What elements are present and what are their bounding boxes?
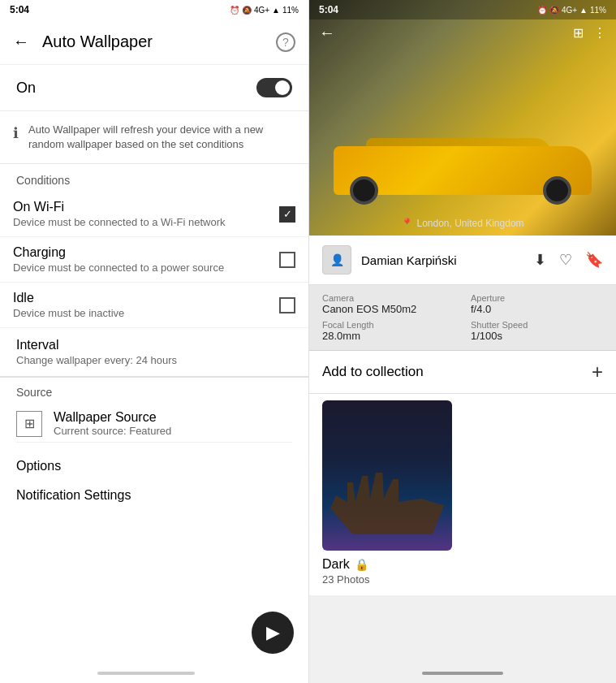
interval-desc: Change wallpaper every: 24 hours: [16, 354, 292, 366]
focal-length-label: Focal Length: [322, 320, 454, 330]
avatar-icon: 👤: [330, 253, 344, 266]
condition-wifi-checkbox[interactable]: [279, 206, 295, 223]
wallpaper-back-button[interactable]: ←: [319, 24, 335, 42]
add-to-collection-title: Add to collection: [322, 364, 424, 380]
source-section-label: Source: [16, 386, 292, 399]
shutter-speed-item: Shutter Speed 1/100s: [471, 320, 603, 342]
toggle-label: On: [16, 80, 36, 97]
info-description: Auto Wallpaper will refresh your device …: [28, 123, 295, 152]
options-title: Options: [16, 459, 292, 473]
wallpaper-share-icon[interactable]: ⊞: [573, 25, 584, 41]
bottom-nav-indicator-right: [422, 672, 503, 675]
network-type-right: 4G+: [562, 6, 577, 15]
photo-action-icons: ⬇ ♡ 🔖: [534, 251, 603, 269]
battery-right: 11%: [590, 6, 606, 15]
aperture-value: f/4.0: [471, 303, 603, 315]
lock-icon: 🔒: [355, 558, 368, 571]
on-off-toggle[interactable]: [256, 78, 292, 97]
add-to-collection-row: Add to collection +: [309, 351, 616, 394]
condition-wifi-desc: Device must be connected to a Wi-Fi netw…: [13, 216, 226, 228]
status-time-left: 5:04: [10, 4, 29, 15]
like-button[interactable]: ♡: [559, 251, 572, 269]
options-row[interactable]: Options: [0, 447, 308, 485]
condition-wifi-row[interactable]: On Wi-Fi Device must be connected to a W…: [0, 192, 308, 237]
focal-length-value: 28.0mm: [322, 330, 454, 342]
car-wheel-right: [543, 176, 571, 205]
aperture-label: Aperture: [471, 293, 603, 303]
source-text: Wallpaper Source Current source: Feature…: [54, 410, 171, 437]
collection-count: 23 Photos: [322, 573, 603, 586]
condition-idle-row[interactable]: Idle Device must be inactive: [0, 283, 308, 328]
download-button[interactable]: ⬇: [534, 251, 546, 269]
car-image: [325, 114, 600, 211]
photographer-card: 👤 Damian Karpiński ⬇ ♡ 🔖: [309, 236, 616, 285]
network-type-left: 4G+: [254, 6, 269, 15]
help-button[interactable]: ?: [276, 32, 295, 52]
page-title: Auto Wallpaper: [42, 32, 276, 51]
toggle-row: On: [0, 65, 308, 111]
add-to-collection-button[interactable]: +: [592, 361, 603, 383]
status-icons-left: ⏰ 🔕 4G+ ▲ 11%: [230, 6, 299, 15]
interval-title: Interval: [16, 338, 292, 352]
info-icon: ℹ: [13, 124, 19, 142]
source-section: Source ⊞ Wallpaper Source Current source…: [0, 377, 308, 447]
condition-wifi-title: On Wi-Fi: [13, 200, 226, 214]
shutter-speed-label: Shutter Speed: [471, 320, 603, 330]
camera-label: Camera: [322, 293, 454, 303]
condition-charging-title: Charging: [13, 245, 224, 260]
shutter-speed-value: 1/100s: [471, 330, 603, 342]
location-pin-icon: 📍: [401, 218, 413, 229]
photographer-avatar: 👤: [322, 245, 351, 274]
wallpaper-action-icons: ⊞ ⋮: [573, 25, 606, 41]
left-panel-scroll: On ℹ Auto Wallpaper will refresh your de…: [0, 65, 308, 683]
wallpaper-more-icon[interactable]: ⋮: [593, 25, 606, 41]
condition-charging-desc: Device must be connected to a power sour…: [13, 262, 224, 274]
condition-charging-checkbox[interactable]: [279, 252, 295, 268]
collection-thumbnail-image: [330, 469, 444, 534]
photographer-name: Damian Karpiński: [361, 253, 524, 267]
condition-charging-row[interactable]: Charging Device must be connected to a p…: [0, 237, 308, 283]
collection-name: Dark: [322, 557, 350, 572]
source-title: Wallpaper Source: [54, 410, 171, 425]
collection-info: Dark 🔒 23 Photos: [322, 557, 603, 586]
signal-icon: ▲: [272, 6, 280, 15]
wallpaper-source-icon: ⊞: [16, 411, 42, 437]
collection-thumbnail[interactable]: [322, 400, 452, 551]
wallpaper-preview: ← ⊞ ⋮ 📍 London, United Kingdom: [309, 0, 616, 236]
status-time-right: 5:04: [319, 4, 338, 15]
status-icons-right: ⏰ 🔕 4G+ ▲ 11%: [537, 6, 606, 15]
camera-item: Camera Canon EOS M50m2: [322, 293, 454, 315]
condition-charging-text: Charging Device must be connected to a p…: [13, 245, 224, 274]
condition-idle-title: Idle: [13, 291, 124, 305]
condition-idle-text: Idle Device must be inactive: [13, 291, 124, 319]
alarm-icon: ⏰: [230, 6, 239, 15]
wallpaper-source-row[interactable]: ⊞ Wallpaper Source Current source: Featu…: [16, 405, 292, 443]
battery-left: 11%: [282, 6, 299, 15]
play-icon: ▶: [266, 622, 280, 643]
interval-row[interactable]: Interval Change wallpaper every: 24 hour…: [0, 328, 308, 377]
app-header: ← Auto Wallpaper ?: [0, 19, 308, 65]
conditions-section-header: Conditions: [0, 164, 308, 192]
collection-area: Dark 🔒 23 Photos: [309, 394, 616, 595]
collection-name-row: Dark 🔒: [322, 557, 603, 572]
right-panel: 5:04 ⏰ 🔕 4G+ ▲ 11% ← ⊞ ⋮ 📍 London,: [309, 0, 616, 683]
focal-length-item: Focal Length 28.0mm: [322, 320, 454, 342]
notification-settings-row[interactable]: Notification Settings: [0, 485, 308, 506]
aperture-item: Aperture f/4.0: [471, 293, 603, 315]
car-wheel-left: [350, 176, 378, 205]
status-bar-left: 5:04 ⏰ 🔕 4G+ ▲ 11%: [0, 0, 308, 19]
info-row: ℹ Auto Wallpaper will refresh your devic…: [0, 111, 308, 164]
bookmark-button[interactable]: 🔖: [585, 251, 603, 269]
back-button[interactable]: ←: [13, 32, 29, 51]
condition-wifi-text: On Wi-Fi Device must be connected to a W…: [13, 200, 226, 228]
alarm-icon-right: ⏰: [537, 6, 547, 15]
condition-idle-checkbox[interactable]: [279, 297, 295, 313]
mute-icon: 🔕: [242, 6, 252, 15]
bottom-nav-indicator-left: [97, 672, 195, 675]
camera-details: Camera Canon EOS M50m2 Aperture f/4.0 Fo…: [309, 285, 616, 351]
location-bar: 📍 London, United Kingdom: [309, 218, 616, 229]
camera-value: Canon EOS M50m2: [322, 303, 454, 315]
signal-icon-right: ▲: [579, 6, 588, 15]
condition-idle-desc: Device must be inactive: [13, 307, 124, 319]
play-fab-button[interactable]: ▶: [252, 612, 294, 654]
